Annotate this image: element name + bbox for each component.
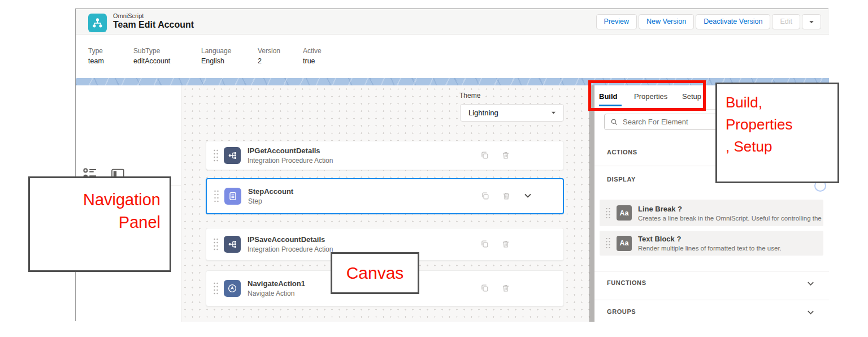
drag-handle-icon[interactable] <box>213 149 219 162</box>
active-tab-underline <box>599 105 622 106</box>
meta-label: SubType <box>133 47 170 55</box>
annotation-line: Build, <box>726 92 837 114</box>
section-actions[interactable]: ACTIONS <box>607 149 637 155</box>
annotation-canvas: Canvas <box>331 252 419 294</box>
stage: OmniScript Team Edit Account Preview New… <box>0 0 868 337</box>
header-actions: Preview New Version Deactivate Version E… <box>596 14 821 29</box>
record-meta-bar: Type team SubType editAccount Language E… <box>76 34 829 78</box>
canvas-card-ipgetaccountdetails[interactable]: IPGetAccountDetails Integration Procedur… <box>206 141 564 170</box>
palette-item-text-block[interactable]: Aa Text Block ? Render multiple lines of… <box>600 231 823 256</box>
drag-handle-icon[interactable] <box>605 237 611 249</box>
search-icon <box>610 118 618 126</box>
chevron-down-icon <box>550 110 557 116</box>
annotation-line: Properties <box>726 114 837 136</box>
drag-handle-icon[interactable] <box>213 237 219 251</box>
drag-handle-icon[interactable] <box>214 189 219 203</box>
app-label: OmniScript <box>113 12 144 19</box>
section-groups[interactable]: GROUPS <box>607 308 636 315</box>
drag-handle-icon[interactable] <box>213 282 219 295</box>
theme-select[interactable]: Lightning <box>460 104 564 122</box>
meta-field-language: Language English <box>201 47 231 65</box>
palette-item-title: Line Break ? <box>638 205 822 213</box>
chevron-down-icon[interactable] <box>523 191 533 201</box>
meta-value: editAccount <box>133 57 170 65</box>
annotation-line: , Setup <box>726 136 837 158</box>
palette-item-desc: Creates a line break in the OmniScript. … <box>638 215 822 222</box>
palette-item-title: Text Block ? <box>638 235 782 243</box>
meta-label: Active <box>303 47 322 55</box>
canvas-scrollbar[interactable] <box>589 85 594 322</box>
palette-item-text: Line Break ? Creates a line break in the… <box>638 205 822 222</box>
divider <box>594 271 829 271</box>
palette-item-desc: Render multiple lines of formatted text … <box>638 245 782 252</box>
annotation-line: Canvas <box>332 254 418 292</box>
trash-icon[interactable] <box>501 283 511 293</box>
chevron-down-icon <box>808 19 815 25</box>
card-text: IPGetAccountDetails Integration Procedur… <box>248 146 333 165</box>
annotation-line: Panel <box>30 211 160 234</box>
copy-icon[interactable] <box>480 191 491 201</box>
card-subtitle: Integration Procedure Action <box>248 245 333 253</box>
theme-label: Theme <box>459 92 480 100</box>
card-text: IPSaveAccountDetails Integration Procedu… <box>248 235 333 253</box>
copy-icon[interactable] <box>480 283 490 293</box>
copy-icon[interactable] <box>480 150 490 161</box>
divider <box>594 300 829 300</box>
trash-icon[interactable] <box>501 239 511 249</box>
meta-label: Version <box>258 47 280 55</box>
chevron-down-icon[interactable] <box>806 279 815 288</box>
tab-properties[interactable]: Properties <box>634 92 667 101</box>
tab-setup[interactable]: Setup <box>682 92 701 101</box>
meta-label: Type <box>88 47 104 55</box>
trash-icon[interactable] <box>502 191 512 201</box>
card-title: IPGetAccountDetails <box>248 146 333 155</box>
card-subtitle: Navigate Action <box>248 290 305 297</box>
theme-select-value: Lightning <box>468 109 498 117</box>
new-version-button[interactable]: New Version <box>639 14 694 29</box>
palette-item-text: Text Block ? Render multiple lines of fo… <box>638 235 782 252</box>
meta-value: English <box>201 57 231 65</box>
annotation-line: Navigation <box>30 188 160 211</box>
step-icon <box>224 188 241 205</box>
section-display[interactable]: DISPLAY <box>607 176 636 183</box>
card-text: NavigateAction1 Navigate Action <box>248 279 305 297</box>
meta-value: true <box>303 57 322 65</box>
section-functions[interactable]: FUNCTIONS <box>607 279 646 286</box>
edit-button[interactable]: Edit <box>772 14 800 29</box>
more-actions-button[interactable] <box>802 14 821 29</box>
tab-build[interactable]: Build <box>599 92 618 101</box>
annotation-build-properties-setup: Build, Properties , Setup <box>715 83 839 183</box>
canvas-card-stepaccount[interactable]: StepAccount Step <box>206 178 564 214</box>
meta-field-active: Active true <box>303 47 322 65</box>
deactivate-version-button[interactable]: Deactivate Version <box>696 14 770 29</box>
page-title: Team Edit Account <box>113 20 194 30</box>
preview-button[interactable]: Preview <box>596 14 637 29</box>
card-text: StepAccount Step <box>248 187 293 205</box>
text-element-icon: Aa <box>617 205 632 221</box>
copy-icon[interactable] <box>480 239 490 249</box>
text-element-icon: Aa <box>617 236 632 251</box>
chevron-down-icon[interactable] <box>806 308 815 317</box>
card-subtitle: Step <box>248 197 293 205</box>
meta-field-type: Type team <box>88 47 104 65</box>
meta-field-version: Version 2 <box>258 47 280 65</box>
drag-handle-icon[interactable] <box>605 207 611 219</box>
card-subtitle: Integration Procedure Action <box>248 157 333 165</box>
header-bar: OmniScript Team Edit Account Preview New… <box>76 9 829 34</box>
meta-value: team <box>88 57 104 65</box>
meta-value: 2 <box>258 57 280 65</box>
omniscript-icon <box>88 14 107 32</box>
card-title: NavigateAction1 <box>248 279 305 288</box>
card-title: IPSaveAccountDetails <box>248 235 333 244</box>
meta-field-subtype: SubType editAccount <box>133 47 170 65</box>
card-title: StepAccount <box>248 187 293 196</box>
trash-icon[interactable] <box>501 150 511 161</box>
integration-procedure-icon <box>224 147 241 164</box>
meta-label: Language <box>201 47 231 55</box>
integration-procedure-icon <box>224 236 241 253</box>
annotation-navigation-panel: Navigation Panel <box>28 176 171 272</box>
palette-item-line-break[interactable]: Aa Line Break ? Creates a line break in … <box>600 200 823 226</box>
navigate-icon <box>224 280 241 297</box>
